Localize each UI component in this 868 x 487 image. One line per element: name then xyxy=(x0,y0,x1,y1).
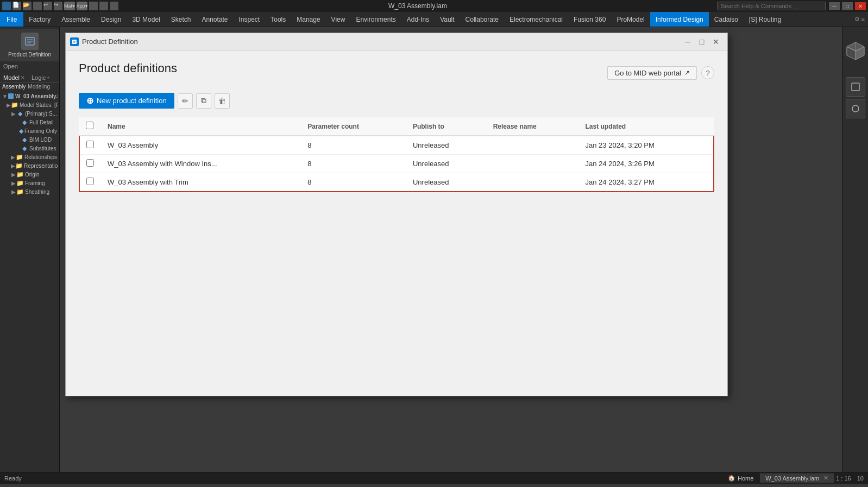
table-row[interactable]: W_03 Assembly with Trim 8 Unreleased Jan… xyxy=(79,173,714,192)
tree-root[interactable]: ▼ W_03 Assembly.ia... xyxy=(1,92,58,100)
right-panel-tools xyxy=(846,75,865,470)
redo-icon[interactable]: ↪ xyxy=(54,2,62,10)
tree-primary[interactable]: ▶ ◆ (Primary):S... xyxy=(1,109,58,118)
menu-environments[interactable]: Environments xyxy=(350,12,401,27)
subtab-assembly[interactable]: Assembly xyxy=(2,84,26,90)
menu-file[interactable]: File xyxy=(0,12,23,27)
toolbar-icon-1[interactable] xyxy=(89,2,98,10)
tree-substitutes[interactable]: ◆ Substitutes xyxy=(1,144,58,153)
row-1-name: W_03 Assembly xyxy=(101,136,301,155)
window-title: W_03 Assembly.iam xyxy=(388,2,447,10)
top-bar-icons: 📄 📂 ↩ ↪ Mat▾ App▾ xyxy=(2,2,118,10)
menu-manage[interactable]: Manage xyxy=(291,12,325,27)
menu-electromech[interactable]: Electromechanical xyxy=(504,12,568,27)
tree-expand-root[interactable]: ▼ xyxy=(2,93,8,99)
toolbar-icon-2[interactable] xyxy=(99,2,108,10)
subtab-modeling[interactable]: Modeling xyxy=(28,84,50,90)
status-text: Ready xyxy=(4,475,720,482)
row-2-name: W_03 Assembly with Window Ins... xyxy=(101,155,301,173)
delete-button[interactable]: 🗑 xyxy=(215,93,230,109)
tree-expand-origin[interactable]: ▶ xyxy=(11,172,16,178)
modal-maximize-button[interactable]: □ xyxy=(695,36,709,48)
tree-representations[interactable]: ▶ 📁 Representations xyxy=(1,161,58,170)
tree-bim-lod[interactable]: ◆ BIM LOD xyxy=(1,135,58,144)
tree-expand-primary[interactable]: ▶ xyxy=(11,111,16,117)
portal-link-label: Go to MID web portal xyxy=(614,69,681,77)
menu-vault[interactable]: Vault xyxy=(435,12,460,27)
menu-annotate[interactable]: Annotate xyxy=(196,12,233,27)
tree-expand-sheathing[interactable]: ▶ xyxy=(11,189,16,195)
appearance-dropdown[interactable]: App▾ xyxy=(77,2,87,10)
select-all-checkbox[interactable] xyxy=(86,122,93,129)
menu-factory[interactable]: Factory xyxy=(23,12,56,27)
tab-model-close[interactable]: ✕ xyxy=(21,75,25,80)
row-1-checkbox[interactable] xyxy=(86,141,94,148)
menu-collaborate[interactable]: Collaborate xyxy=(460,12,504,27)
material-dropdown[interactable]: Mat▾ xyxy=(64,2,75,10)
menu-view[interactable]: View xyxy=(326,12,351,27)
open-icon[interactable]: 📂 xyxy=(23,2,32,10)
left-sidebar: Product Definition Open Model ✕ Logic + … xyxy=(0,27,60,472)
menu-3dmodel[interactable]: 3D Model xyxy=(127,12,165,27)
table-row[interactable]: W_03 Assembly with Window Ins... 8 Unrel… xyxy=(79,155,714,173)
bottom-tabs: 🏠 Home W_03 Assembly.iam ✕ xyxy=(722,473,834,483)
tab-logic[interactable]: Logic + xyxy=(28,73,53,82)
tree-expand-rep[interactable]: ▶ xyxy=(11,163,15,169)
row-3-last-updated: Jan 24 2024, 3:27 PM xyxy=(579,173,714,192)
copy-button[interactable]: ⧉ xyxy=(196,93,211,109)
top-bar: 📄 📂 ↩ ↪ Mat▾ App▾ W_03 Assembly.iam ─ □ … xyxy=(0,0,868,12)
cube-widget xyxy=(842,29,869,73)
tree-origin[interactable]: ▶ 📁 Origin xyxy=(1,170,58,179)
menu-promodel[interactable]: ProModel xyxy=(611,12,650,27)
undo-icon[interactable]: ↩ xyxy=(43,2,52,10)
tab-logic-add[interactable]: + xyxy=(47,75,49,80)
menu-inspect[interactable]: Inspect xyxy=(234,12,266,27)
new-icon[interactable]: 📄 xyxy=(12,2,21,10)
search-input[interactable] xyxy=(717,2,826,10)
tree-expand-states[interactable]: ▶ xyxy=(7,102,11,108)
maximize-button[interactable]: □ xyxy=(842,2,853,10)
state-icon-fulldetail: ◆ xyxy=(21,118,28,126)
close-button[interactable]: ✕ xyxy=(855,2,866,10)
menu-informed-design[interactable]: Informed Design xyxy=(650,12,709,27)
row-3-release-name xyxy=(487,173,579,192)
right-panel-btn-1[interactable] xyxy=(846,77,865,97)
bottom-tab-assembly[interactable]: W_03 Assembly.iam ✕ xyxy=(760,473,834,483)
menu-assemble[interactable]: Assemble xyxy=(56,12,96,27)
menu-routing[interactable]: [S] Routing xyxy=(744,12,787,27)
new-product-definition-button[interactable]: ⊕ New product definition xyxy=(79,93,174,109)
table-row[interactable]: W_03 Assembly 8 Unreleased Jan 23 2024, … xyxy=(79,136,714,155)
menu-cadaiso[interactable]: Cadaiso xyxy=(709,12,744,27)
tree-expand-rel[interactable]: ▶ xyxy=(11,154,16,160)
tree-full-detail[interactable]: ◆ Full Detail xyxy=(1,118,58,127)
row-2-checkbox[interactable] xyxy=(86,159,94,167)
save-icon[interactable] xyxy=(33,2,42,10)
row-3-checkbox[interactable] xyxy=(86,178,94,185)
tree-framing-only[interactable]: ◆ Framing Only xyxy=(1,127,58,135)
edit-button[interactable]: ✏ xyxy=(178,93,193,109)
tab-model[interactable]: Model ✕ xyxy=(0,73,28,82)
tree-relationships[interactable]: ▶ 📁 Relationships xyxy=(1,153,58,161)
menu-sketch[interactable]: Sketch xyxy=(166,12,197,27)
folder-icon-framing: 📁 xyxy=(16,179,24,187)
menu-fusion360[interactable]: Fusion 360 xyxy=(568,12,611,27)
row-2-param-count: 8 xyxy=(301,155,406,173)
bottom-tab-home[interactable]: 🏠 Home xyxy=(722,473,759,483)
menu-addins[interactable]: Add-Ins xyxy=(401,12,435,27)
toolbar-icon-3[interactable] xyxy=(110,2,118,10)
help-button[interactable]: ? xyxy=(701,66,714,79)
modal-minimize-button[interactable]: ─ xyxy=(681,36,695,48)
tree-framing[interactable]: ▶ 📁 Framing xyxy=(1,179,58,187)
right-panel-btn-2[interactable] xyxy=(846,99,865,118)
panel-icon-2 xyxy=(850,103,861,114)
tree-model-states[interactable]: ▶ 📁 Model States: [P... xyxy=(1,100,58,109)
menu-tools[interactable]: Tools xyxy=(265,12,291,27)
assembly-tab-close[interactable]: ✕ xyxy=(823,475,828,482)
portal-link-button[interactable]: Go to MID web portal ↗ xyxy=(607,66,697,80)
tree-expand-framing2[interactable]: ▶ xyxy=(11,180,16,186)
modal-close-button[interactable]: ✕ xyxy=(709,36,723,48)
tree-sheathing[interactable]: ▶ 📁 Sheathing xyxy=(1,187,58,196)
minimize-button[interactable]: ─ xyxy=(829,2,840,10)
sidebar-item-product-definition[interactable]: Product Definition xyxy=(0,29,59,61)
menu-design[interactable]: Design xyxy=(96,12,127,27)
